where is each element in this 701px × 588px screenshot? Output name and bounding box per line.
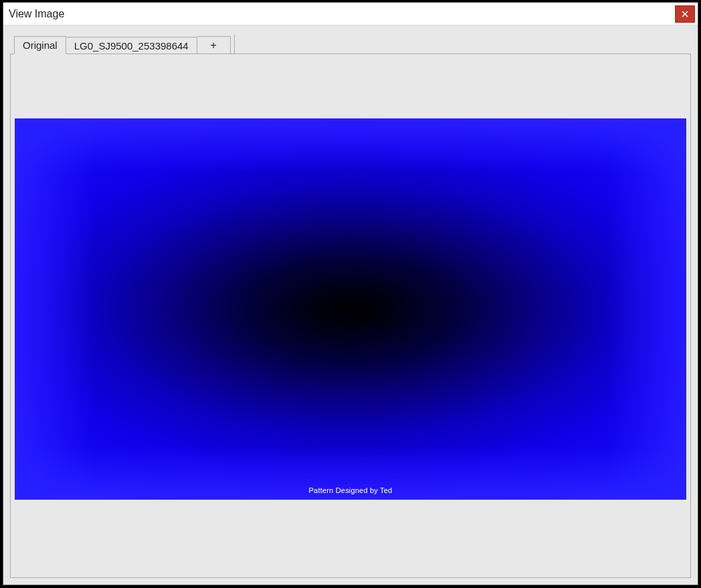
- image-viewport[interactable]: Pattern Designed by Ted: [15, 118, 686, 500]
- tab-original[interactable]: Original: [14, 36, 66, 54]
- tab-label: Original: [23, 39, 58, 51]
- tab-strip: Original LG0_SJ9500_253398644 +: [14, 35, 691, 54]
- close-button[interactable]: [675, 5, 695, 23]
- view-image-window: View Image Original LG0_SJ9500_253398644…: [3, 2, 698, 585]
- tab-panel: Pattern Designed by Ted: [10, 54, 691, 578]
- titlebar: View Image: [3, 3, 698, 25]
- close-icon: [682, 11, 688, 17]
- tab-image-file[interactable]: LG0_SJ9500_253398644: [66, 37, 197, 54]
- tab-strip-cap: [231, 35, 235, 54]
- tab-label: LG0_SJ9500_253398644: [74, 40, 189, 52]
- plus-icon: +: [211, 39, 217, 51]
- window-title: View Image: [3, 8, 64, 20]
- client-area: Original LG0_SJ9500_253398644 + Pattern …: [3, 25, 698, 585]
- pattern-caption: Pattern Designed by Ted: [15, 486, 686, 494]
- test-pattern-edge-glow: [15, 118, 686, 500]
- add-tab-button[interactable]: +: [197, 36, 231, 54]
